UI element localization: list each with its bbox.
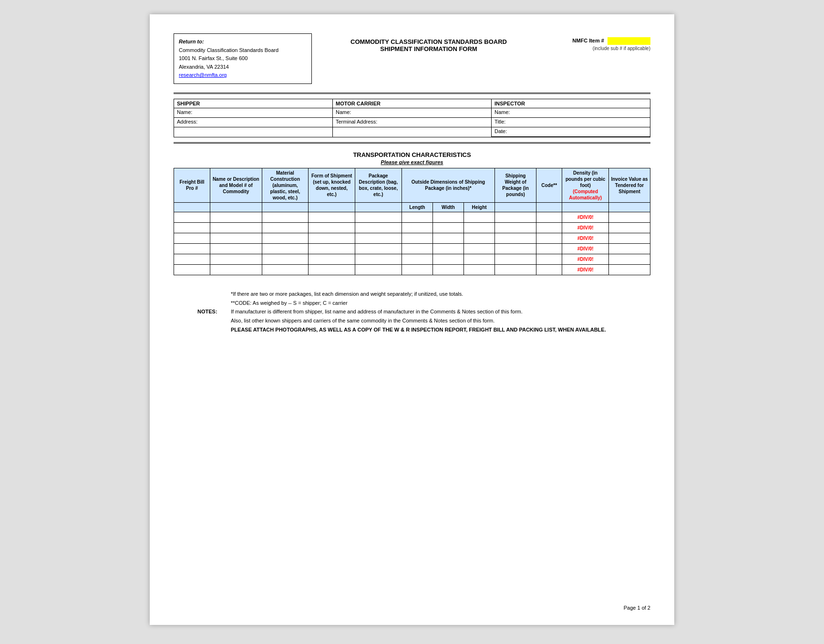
table-cell-8[interactable] [495, 243, 536, 254]
footnote2: **CODE: As weighed by -- S = shipper; C … [231, 299, 650, 308]
shipper-name-row: Name: [174, 108, 332, 118]
table-cell-8[interactable] [495, 212, 536, 222]
th-length: Length [402, 202, 433, 212]
carrier-name-value[interactable] [366, 108, 491, 117]
table-cell-9[interactable] [536, 222, 562, 233]
table-row[interactable]: #DIV/0! [174, 243, 650, 254]
table-cell-4[interactable] [355, 243, 402, 254]
density-cell[interactable]: #DIV/0! [562, 212, 609, 222]
th-height: Height [464, 202, 495, 212]
table-cell-3[interactable] [309, 212, 355, 222]
table-row[interactable]: #DIV/0! [174, 254, 650, 264]
table-cell-8[interactable] [495, 254, 536, 264]
table-cell-5[interactable] [402, 264, 433, 275]
table-cell-3[interactable] [309, 222, 355, 233]
table-cell-8[interactable] [495, 264, 536, 275]
table-cell-1[interactable] [210, 243, 262, 254]
table-cell-2[interactable] [262, 264, 309, 275]
inspector-name-value[interactable] [525, 108, 650, 117]
th-name-desc: Name or Description and Model # of Commo… [210, 168, 262, 202]
carrier-terminal-value[interactable] [380, 118, 491, 127]
table-cell-0[interactable] [174, 264, 210, 275]
table-cell-3[interactable] [309, 264, 355, 275]
table-cell-2[interactable] [262, 243, 309, 254]
inspector-title-value[interactable] [525, 118, 650, 127]
table-row[interactable]: #DIV/0! [174, 264, 650, 275]
table-cell-0[interactable] [174, 222, 210, 233]
table-row[interactable]: #DIV/0! [174, 233, 650, 243]
table-cell-8[interactable] [495, 233, 536, 243]
table-cell-9[interactable] [536, 233, 562, 243]
table-row[interactable]: #DIV/0! [174, 212, 650, 222]
table-row[interactable]: #DIV/0! [174, 222, 650, 233]
table-cell-1[interactable] [210, 264, 262, 275]
table-cell-9[interactable] [536, 264, 562, 275]
table-cell-0[interactable] [174, 254, 210, 264]
table-cell-4[interactable] [355, 233, 402, 243]
table-cell-5[interactable] [402, 254, 433, 264]
notes-section: *If there are two or more packages, list… [174, 290, 650, 334]
table-cell-8[interactable] [495, 222, 536, 233]
shipper-name-value[interactable] [207, 108, 332, 117]
table-cell-7[interactable] [464, 212, 495, 222]
table-cell-3[interactable] [309, 243, 355, 254]
table-cell-11[interactable] [609, 233, 650, 243]
shipper-header: SHIPPER [174, 99, 332, 108]
return-address1: 1001 N. Fairfax St., Suite 600 [179, 54, 307, 63]
table-cell-3[interactable] [309, 233, 355, 243]
table-cell-7[interactable] [464, 243, 495, 254]
table-cell-11[interactable] [609, 222, 650, 233]
table-cell-11[interactable] [609, 264, 650, 275]
table-cell-6[interactable] [433, 233, 464, 243]
nmfc-section: NMFC Item # (include sub # if applicable… [546, 33, 650, 51]
table-cell-11[interactable] [609, 243, 650, 254]
table-cell-2[interactable] [262, 233, 309, 243]
table-cell-9[interactable] [536, 243, 562, 254]
table-cell-5[interactable] [402, 233, 433, 243]
note3: PLEASE ATTACH PHOTOGRAPHS, AS WELL AS A … [231, 327, 606, 332]
table-cell-6[interactable] [433, 243, 464, 254]
density-cell[interactable]: #DIV/0! [562, 264, 609, 275]
table-cell-11[interactable] [609, 212, 650, 222]
density-cell[interactable]: #DIV/0! [562, 233, 609, 243]
table-cell-4[interactable] [355, 222, 402, 233]
table-cell-2[interactable] [262, 222, 309, 233]
density-cell[interactable]: #DIV/0! [562, 222, 609, 233]
table-cell-6[interactable] [433, 222, 464, 233]
table-cell-1[interactable] [210, 212, 262, 222]
table-cell-4[interactable] [355, 254, 402, 264]
table-cell-1[interactable] [210, 233, 262, 243]
table-cell-6[interactable] [433, 264, 464, 275]
return-email[interactable]: research@nmfta.org [179, 71, 307, 80]
table-cell-5[interactable] [402, 222, 433, 233]
table-cell-0[interactable] [174, 243, 210, 254]
table-cell-4[interactable] [355, 264, 402, 275]
page-number: Page 1 of 2 [624, 605, 650, 611]
table-cell-1[interactable] [210, 222, 262, 233]
shipper-address-value[interactable] [207, 118, 332, 127]
table-cell-7[interactable] [464, 222, 495, 233]
table-cell-2[interactable] [262, 212, 309, 222]
table-cell-3[interactable] [309, 254, 355, 264]
table-cell-9[interactable] [536, 212, 562, 222]
return-to-box: Return to: Commodity Classification Stan… [174, 33, 312, 84]
table-cell-9[interactable] [536, 254, 562, 264]
table-cell-6[interactable] [433, 212, 464, 222]
double-rule-top [174, 93, 650, 94]
table-cell-0[interactable] [174, 212, 210, 222]
table-cell-0[interactable] [174, 233, 210, 243]
table-cell-7[interactable] [464, 233, 495, 243]
center-header: COMMODITY CLASSIFICATION STANDARDS BOARD… [312, 33, 546, 52]
inspector-date-value[interactable] [525, 127, 650, 136]
density-cell[interactable]: #DIV/0! [562, 243, 609, 254]
table-cell-11[interactable] [609, 254, 650, 264]
table-cell-5[interactable] [402, 243, 433, 254]
table-cell-7[interactable] [464, 254, 495, 264]
density-cell[interactable]: #DIV/0! [562, 254, 609, 264]
table-cell-4[interactable] [355, 212, 402, 222]
table-cell-5[interactable] [402, 212, 433, 222]
table-cell-2[interactable] [262, 254, 309, 264]
table-cell-7[interactable] [464, 264, 495, 275]
table-cell-1[interactable] [210, 254, 262, 264]
table-cell-6[interactable] [433, 254, 464, 264]
